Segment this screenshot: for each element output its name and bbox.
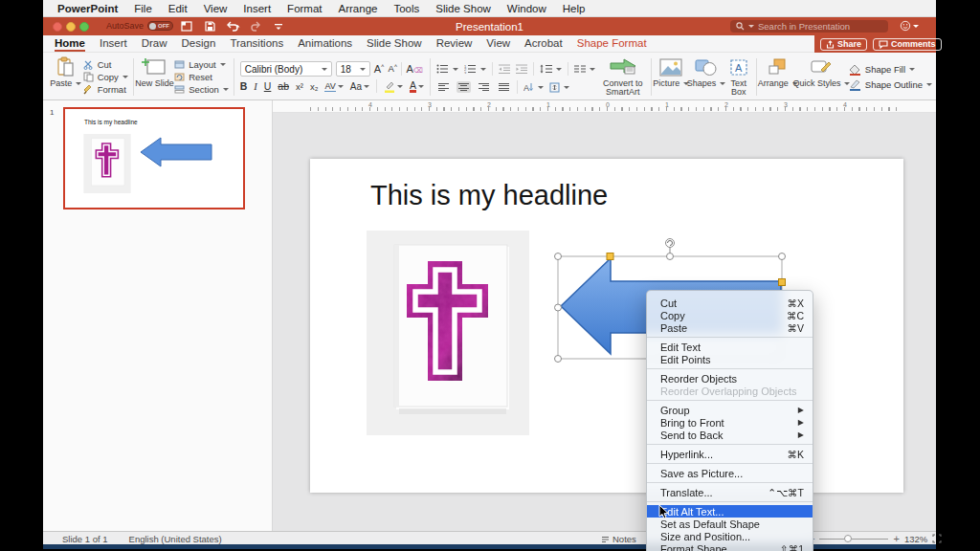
context-copy[interactable]: Copy⌘C: [647, 309, 813, 321]
notes-button[interactable]: Notes: [601, 534, 636, 544]
text-direction-button[interactable]: A: [523, 82, 544, 93]
subscript-button[interactable]: x₂: [310, 81, 318, 92]
context-cut[interactable]: Cut⌘X: [647, 297, 813, 309]
shape-outline-button[interactable]: Shape Outline: [849, 79, 932, 91]
arrange-button[interactable]: Arrange: [759, 55, 796, 99]
share-button[interactable]: Share: [820, 38, 867, 51]
decrease-indent-button[interactable]: [499, 60, 510, 77]
context-paste[interactable]: Paste⌘V: [647, 321, 813, 334]
font-name-select[interactable]: Calibri (Body): [240, 61, 332, 77]
tab-view[interactable]: View: [486, 37, 510, 52]
context-size-and-position[interactable]: Size and Position...: [647, 530, 813, 542]
copy-button[interactable]: Copy: [83, 72, 128, 82]
zoom-slider[interactable]: [819, 539, 888, 540]
zoom-level[interactable]: 132%: [904, 534, 927, 544]
menu-arrange[interactable]: Arrange: [339, 3, 378, 14]
context-edit-text[interactable]: Edit Text: [647, 341, 813, 353]
line-spacing-icon: [540, 64, 552, 74]
comments-button[interactable]: Comments: [873, 38, 942, 51]
line-spacing-button[interactable]: [540, 64, 562, 74]
feedback-button[interactable]: [900, 20, 919, 32]
fit-slide-icon[interactable]: [932, 534, 942, 543]
menu-edit[interactable]: Edit: [168, 3, 188, 14]
numbering-button[interactable]: 123: [464, 64, 486, 74]
context-reorder-objects[interactable]: Reorder Objects: [647, 372, 813, 385]
tab-transitions[interactable]: Transitions: [230, 37, 283, 52]
superscript-button[interactable]: x²: [296, 81, 303, 92]
menu-window[interactable]: Window: [507, 3, 546, 14]
shape-fill-button[interactable]: Shape Fill: [849, 64, 932, 76]
language-label[interactable]: English (United States): [129, 534, 222, 544]
picture-icon: [659, 56, 682, 77]
align-right-button[interactable]: [477, 81, 491, 94]
align-left-button[interactable]: [436, 81, 451, 94]
section-button[interactable]: Section: [174, 84, 229, 95]
context-translate[interactable]: Translate...⌃⌥⌘T: [647, 486, 813, 498]
tab-acrobat[interactable]: Acrobat: [524, 37, 563, 52]
new-slide-button[interactable]: New Slide: [137, 55, 173, 99]
columns-button[interactable]: [574, 64, 595, 74]
menu-format[interactable]: Format: [287, 3, 322, 14]
context-bring-to-front[interactable]: Bring to Front▶: [647, 416, 813, 429]
increase-font-button[interactable]: A˄: [374, 63, 385, 75]
reset-button[interactable]: Reset: [174, 72, 229, 82]
menu-view[interactable]: View: [204, 3, 228, 14]
text-box-button[interactable]: A Text Box: [724, 55, 753, 99]
slide[interactable]: This is my headline: [310, 159, 903, 493]
paste-button[interactable]: Paste: [51, 55, 81, 99]
menu-tools[interactable]: Tools: [393, 3, 419, 14]
tab-design[interactable]: Design: [182, 37, 216, 52]
shapes-button[interactable]: Shapes: [688, 55, 724, 99]
clear-formatting-button[interactable]: A⌫: [406, 63, 422, 75]
bullets-button[interactable]: [436, 64, 458, 74]
context-set-as-default-shape[interactable]: Set as Default Shape: [647, 518, 813, 530]
menu-powerpoint[interactable]: PowerPoint: [57, 3, 118, 14]
convert-to-smartart-button[interactable]: Convert to SmartArt: [598, 55, 648, 99]
character-spacing-button[interactable]: AV: [324, 81, 343, 92]
tab-insert[interactable]: Insert: [100, 37, 127, 52]
tab-review[interactable]: Review: [436, 37, 473, 52]
menu-file[interactable]: File: [134, 3, 152, 14]
context-edit-alt-text[interactable]: Edit Alt Text...: [647, 505, 813, 518]
context-save-as-picture[interactable]: Save as Picture...: [647, 467, 813, 479]
cut-button[interactable]: Cut: [83, 59, 128, 70]
quick-styles-button[interactable]: Quick Styles: [796, 55, 847, 99]
strikethrough-button[interactable]: ab: [278, 80, 289, 92]
align-text-button[interactable]: [549, 82, 569, 93]
format-painter-button[interactable]: Format: [83, 84, 128, 95]
justify-button[interactable]: [497, 81, 511, 94]
italic-button[interactable]: I: [254, 81, 257, 92]
tab-draw[interactable]: Draw: [142, 37, 167, 52]
font-color-button[interactable]: A: [410, 79, 424, 93]
font-size-select[interactable]: 18: [336, 61, 370, 77]
context-format-shape[interactable]: Format Shape...⇧⌘1: [647, 542, 813, 551]
layout-button[interactable]: Layout: [174, 59, 229, 70]
cross-book-image[interactable]: [367, 231, 529, 435]
context-edit-points[interactable]: Edit Points: [647, 353, 813, 365]
slide-thumbnail[interactable]: This is my headline: [63, 107, 245, 209]
change-case-button[interactable]: Aa: [350, 81, 369, 92]
zoom-slider-knob[interactable]: [844, 535, 852, 542]
editing-canvas[interactable]: This is my headline: [273, 113, 936, 531]
rotation-handle[interactable]: [666, 239, 675, 248]
menu-slide-show[interactable]: Slide Show: [435, 3, 491, 14]
slide-headline-text[interactable]: This is my headline: [370, 180, 608, 211]
search-input[interactable]: Search in Presentation: [730, 20, 888, 33]
bold-button[interactable]: B: [240, 80, 248, 92]
menu-help[interactable]: Help: [563, 3, 586, 14]
underline-button[interactable]: U: [264, 80, 272, 92]
tab-animations[interactable]: Animations: [298, 37, 352, 52]
zoom-in-button[interactable]: +: [893, 533, 899, 544]
tab-shape-format[interactable]: Shape Format: [577, 37, 647, 52]
highlight-color-button[interactable]: [384, 80, 403, 93]
context-send-to-back[interactable]: Send to Back▶: [647, 429, 813, 441]
increase-indent-button[interactable]: [516, 60, 527, 77]
menu-insert[interactable]: Insert: [243, 3, 271, 14]
context-group[interactable]: Group▶: [647, 404, 813, 416]
align-center-button[interactable]: [457, 81, 471, 94]
picture-button[interactable]: Picture: [655, 55, 689, 99]
context-hyperlink[interactable]: Hyperlink...⌘K: [647, 448, 813, 460]
tab-home[interactable]: Home: [55, 37, 85, 52]
decrease-font-button[interactable]: A˄: [389, 63, 398, 74]
tab-slide-show[interactable]: Slide Show: [367, 37, 422, 52]
